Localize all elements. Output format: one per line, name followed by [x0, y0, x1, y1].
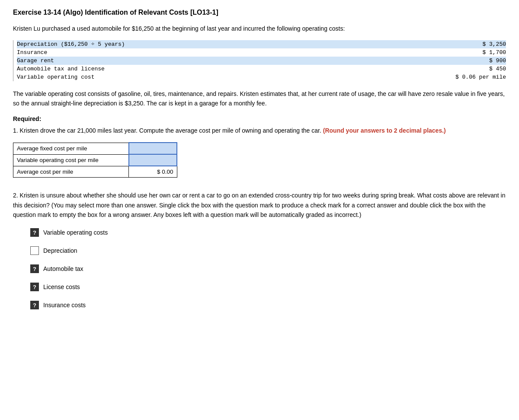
cost-label: Depreciation ($16,250 ÷ 5 years) — [17, 41, 129, 48]
table-row: Variable operating cost per mile — [13, 154, 177, 166]
checkbox-item: ?Insurance costs — [30, 301, 506, 309]
cost-table: Depreciation ($16,250 ÷ 5 years)$ 3,250I… — [13, 40, 506, 81]
average-cost-cell: $ 0.00 — [129, 166, 177, 178]
cost-label: Variable operating cost — [17, 74, 129, 80]
cost-label: Garage rent — [17, 57, 129, 64]
description-text: The variable operating cost consists of … — [13, 89, 506, 108]
question2-paragraph: 2. Kristen is unsure about whether she s… — [13, 191, 506, 220]
cost-value: $ 450 — [445, 66, 506, 72]
row-label: Variable operating cost per mile — [13, 154, 129, 166]
answer-input-cell[interactable] — [129, 154, 177, 166]
answer-input-cell[interactable] — [129, 143, 177, 154]
cost-value: $ 900 — [445, 57, 506, 64]
average-cost-value: 0.00 — [162, 169, 173, 175]
row-label: Average fixed cost per mile — [13, 143, 129, 154]
question-mark-box[interactable]: ? — [30, 264, 39, 273]
cost-label: Automobile tax and license — [17, 66, 129, 72]
question-mark-box[interactable]: ? — [30, 283, 39, 291]
checkbox-label: License costs — [43, 283, 80, 290]
cost-row: Garage rent$ 900 — [17, 57, 506, 65]
question1-text: 1. Kristen drove the car 21,000 miles la… — [13, 126, 506, 135]
checkbox-item: Depreciation — [30, 246, 506, 255]
answer-input[interactable] — [134, 145, 173, 152]
question-mark-box[interactable]: ? — [30, 228, 39, 237]
required-label: Required: — [13, 115, 506, 122]
checkbox-item: ?License costs — [30, 283, 506, 291]
table-row: Average fixed cost per mile — [13, 143, 177, 154]
cost-label: Insurance — [17, 49, 129, 56]
checkbox-label: Automobile tax — [43, 265, 83, 272]
checkbox-section: ?Variable operating costsDepreciation?Au… — [13, 228, 506, 309]
page-title: Exercise 13-14 (Algo) Identification of … — [13, 9, 506, 16]
checkbox-item: ?Automobile tax — [30, 264, 506, 273]
dollar-sign: $ — [157, 169, 160, 175]
cost-row: Automobile tax and license$ 450 — [17, 65, 506, 73]
cost-value: $ 3,250 — [445, 41, 506, 48]
question-mark-box[interactable]: ? — [30, 301, 39, 309]
checkbox-label: Depreciation — [43, 247, 77, 254]
cost-row: Insurance$ 1,700 — [17, 48, 506, 57]
row-label: Average cost per mile — [13, 166, 129, 178]
checkbox-item: ?Variable operating costs — [30, 228, 506, 237]
table-row: Average cost per mile$ 0.00 — [13, 166, 177, 178]
checkbox-label: Variable operating costs — [43, 229, 108, 236]
cost-value: $ 0.06 per mile — [445, 74, 506, 80]
answer-input[interactable] — [134, 157, 173, 163]
cost-row: Variable operating cost$ 0.06 per mile — [17, 73, 506, 81]
empty-checkbox[interactable] — [30, 246, 39, 255]
checkbox-label: Insurance costs — [43, 302, 86, 309]
intro-paragraph: Kristen Lu purchased a used automobile f… — [13, 24, 506, 33]
cost-row: Depreciation ($16,250 ÷ 5 years)$ 3,250 — [17, 40, 506, 48]
cost-value: $ 1,700 — [445, 49, 506, 56]
answer-table: Average fixed cost per mileVariable oper… — [13, 142, 177, 178]
